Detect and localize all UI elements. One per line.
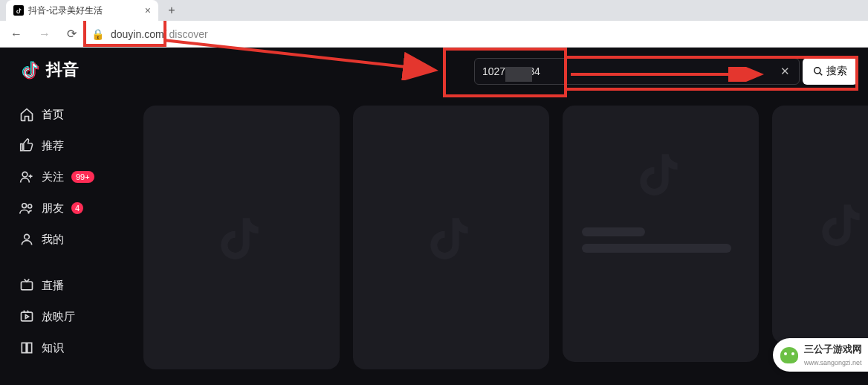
svg-point-5 [25, 234, 30, 239]
svg-rect-7 [22, 312, 33, 321]
annotation-url-box [83, 21, 166, 47]
sidebar-item-people[interactable]: 朋友4 [0, 193, 123, 223]
forward-icon[interactable]: → [34, 25, 55, 44]
svg-rect-6 [22, 282, 33, 290]
video-card-skeleton[interactable] [353, 106, 549, 369]
sidebar-item-label: 直播 [42, 279, 64, 293]
svg-point-4 [28, 204, 32, 208]
url-field[interactable]: 🔒 douyin.com/discover [88, 28, 862, 40]
feed-grid [123, 48, 868, 385]
video-card-skeleton[interactable] [563, 106, 759, 362]
douyin-app: 抖音 ✕ 搜索 首页推荐关注99+朋友4我的直播放映厅知识 [0, 48, 868, 385]
video-card-skeleton[interactable] [143, 106, 340, 369]
note-icon [637, 150, 684, 198]
thumb-icon [19, 138, 34, 153]
svg-point-3 [22, 204, 27, 208]
badge: 4 [71, 202, 83, 214]
sidebar-item-label: 朋友 [42, 201, 64, 216]
sidebar-item-user-plus[interactable]: 关注99+ [0, 162, 123, 192]
sidebar-item-label: 关注 [42, 170, 64, 184]
sidebar-nav: 首页推荐关注99+朋友4我的直播放映厅知识 [0, 48, 123, 385]
back-icon[interactable]: ← [6, 25, 27, 44]
browser-tab-active[interactable]: 抖音-记录美好生活 × [6, 0, 158, 21]
annotation-search-button-box [567, 56, 858, 91]
sidebar-item-book[interactable]: 知识 [0, 333, 123, 363]
browser-tab-strip: 抖音-记录美好生活 × + [0, 0, 868, 21]
sidebar-item-label: 知识 [42, 341, 64, 355]
sidebar-item-label: 首页 [42, 108, 64, 122]
note-icon [218, 214, 265, 262]
watermark-badge: 三公子游戏网 www.sangongzi.net [773, 338, 868, 372]
home-icon [19, 107, 34, 122]
people-icon [19, 201, 34, 216]
douyin-favicon [13, 5, 24, 16]
user-plus-icon [19, 169, 34, 184]
reload-icon[interactable]: ⟳ [62, 24, 81, 44]
sidebar-item-person[interactable]: 我的 [0, 224, 123, 254]
sidebar-item-label: 我的 [42, 233, 64, 247]
note-icon [22, 60, 40, 80]
sidebar-item-film[interactable]: 放映厅 [0, 302, 123, 331]
person-icon [19, 232, 34, 247]
close-tab-icon[interactable]: × [145, 4, 151, 16]
film-icon [19, 309, 34, 324]
browser-tab-title: 抖音-记录美好生活 [28, 4, 140, 17]
annotation-search-value-box [443, 48, 567, 97]
sidebar-item-tv[interactable]: 直播 [0, 271, 123, 300]
sidebar-item-home[interactable]: 首页 [0, 100, 123, 129]
video-card-skeleton[interactable] [772, 106, 868, 343]
book-icon [19, 340, 34, 355]
mascot-icon [780, 347, 798, 363]
douyin-logo[interactable]: 抖音 [22, 59, 79, 81]
sidebar-item-thumb[interactable]: 推荐 [0, 131, 123, 161]
note-icon [819, 201, 867, 248]
tv-icon [19, 278, 34, 293]
svg-point-2 [22, 172, 27, 177]
url-path: discover [169, 28, 207, 40]
new-tab-button[interactable]: + [161, 4, 182, 17]
sidebar-item-label: 推荐 [42, 139, 64, 153]
badge: 99+ [71, 171, 94, 183]
logo-text: 抖音 [46, 59, 79, 81]
note-icon [427, 214, 475, 262]
sidebar-item-label: 放映厅 [42, 310, 75, 324]
